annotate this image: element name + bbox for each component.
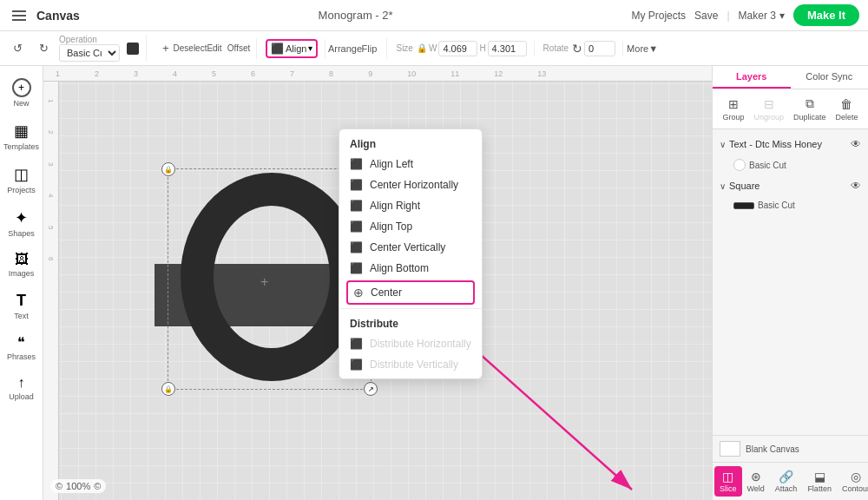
rotate-input[interactable] [584,41,615,56]
toolbar: ↺ ↻ Operation Basic Cut + Deselect Edit … [0,31,868,66]
more-button[interactable]: More▼ [632,38,653,59]
operation-group: Operation Basic Cut [59,35,147,62]
machine-selector[interactable]: Maker 3 ▾ [739,10,785,22]
make-it-button[interactable]: Make It [793,4,859,26]
zoom-indicator: © 100% © [50,479,106,493]
redo-button[interactable]: ↻ [33,38,54,59]
align-dropdown: Align ⬛ Align Left ⬛ Center Horizontally… [339,128,483,379]
undo-button[interactable]: ↺ [7,38,28,59]
slice-icon: ◫ [722,470,733,484]
handle-bottom-left[interactable]: 🔒 [161,382,175,396]
layer-eye-text[interactable]: 👁 [851,138,861,150]
align-icon: ⬛ [271,43,284,55]
deselect-button[interactable]: Deselect [180,38,201,59]
sidebar-item-shapes[interactable]: ✦ Shapes [3,203,41,243]
layer-text[interactable]: ∨ Text - Dtc Miss Honey 👁 [716,133,865,155]
weld-button[interactable]: ⊛ Weld [742,466,770,497]
height-label: H [479,43,485,53]
align-left-icon: ⬛ [350,158,363,170]
dropdown-divider [339,308,482,309]
phrases-icon: ❝ [17,334,25,351]
align-right-item[interactable]: ⬛ Align Right [339,195,482,216]
weld-icon: ⊛ [751,470,761,484]
attach-icon: 🔗 [779,470,793,484]
delete-icon: 🗑 [840,97,852,111]
align-left-item[interactable]: ⬛ Align Left [339,154,482,174]
zoom-refresh-icon: © [94,481,101,491]
hamburger-menu-icon[interactable] [9,7,30,24]
flip-button[interactable]: Flip [358,38,379,59]
ungroup-button[interactable]: ⊟ Ungroup [750,95,787,123]
layers-content: ∨ Text - Dtc Miss Honey 👁 Basic Cut ∨ Sq… [713,129,868,435]
duplicate-button[interactable]: ⧉ Duplicate [790,95,830,123]
sidebar-item-templates[interactable]: ▦ Templates [3,116,41,156]
align-right-icon: ⬛ [350,200,363,212]
sidebar-item-projects[interactable]: ◫ Projects [3,160,41,200]
arrange-group: Arrange Flip [334,38,387,59]
projects-icon: ◫ [14,165,29,184]
center-item[interactable]: ⊕ Center [346,280,475,305]
my-projects-button[interactable]: My Projects [631,10,686,22]
header-right: My Projects Save | Maker 3 ▾ Make It [631,4,859,26]
arrange-button[interactable]: Arrange [334,38,355,59]
center-vertically-item[interactable]: ⬛ Center Vertically [339,237,482,258]
slice-button[interactable]: ◫ Slice [714,466,742,497]
images-icon: 🖼 [15,252,29,267]
distribute-section-title: Distribute [339,312,482,333]
new-icon: + [12,78,31,97]
align-top-icon: ⬛ [350,220,363,233]
handle-bottom-right[interactable]: ↗ [364,382,378,396]
width-label: W [429,43,437,53]
offset-button[interactable]: Offset [228,38,249,59]
align-top-item[interactable]: ⬛ Align Top [339,216,482,237]
edit-button[interactable]: Edit [204,38,225,59]
flatten-icon: ⬓ [814,470,825,484]
height-input[interactable] [488,41,527,56]
delete-button[interactable]: 🗑 Delete [832,95,861,123]
chevron-down-icon: ▾ [779,10,785,22]
zoom-icon: © [56,481,62,491]
sidebar-item-text[interactable]: T Text [3,286,41,326]
distribute-horizontally-item: ⬛ Distribute Horizontally [339,333,482,354]
center-horizontally-item[interactable]: ⬛ Center Horizontally [339,174,482,195]
attach-button[interactable]: 🔗 Attach [770,466,803,497]
layer-sub-square: Basic Cut [716,197,865,214]
canvas-area[interactable]: 1 2 3 4 5 6 7 8 9 10 11 12 13 1 2 3 [43,66,712,500]
blank-canvas-swatch [720,441,740,457]
horizontal-ruler: 1 2 3 4 5 6 7 8 9 10 11 12 13 [43,66,712,82]
size-group: Size 🔒 W H [396,41,534,56]
sidebar-item-phrases[interactable]: ❝ Phrases [3,329,41,366]
layer-eye-square[interactable]: 👁 [851,180,861,192]
flatten-button[interactable]: ⬓ Flatten [802,466,837,497]
templates-icon: ▦ [14,122,29,141]
save-button[interactable]: Save [694,10,718,22]
shapes-icon: ✦ [15,208,28,227]
tab-color-sync[interactable]: Color Sync [791,66,869,89]
align-bottom-icon: ⬛ [350,262,363,274]
width-input[interactable] [438,41,477,56]
size-label: Size [396,43,412,53]
text-icon: T [16,292,26,310]
distribute-h-icon: ⬛ [350,338,363,350]
group-button[interactable]: ⊞ Group [719,95,747,123]
blank-canvas-area: Blank Canvas [713,435,868,462]
upload-icon: ↑ [18,375,25,391]
operation-field: Operation Basic Cut [59,35,120,62]
layer-sub-text: Basic Cut [716,155,865,174]
align-chevron-icon: ▾ [308,43,312,53]
operation-select[interactable]: Basic Cut [59,44,120,62]
layer-square[interactable]: ∨ Square 👁 [716,174,865,197]
header: Canvas Monogram - 2* My Projects Save | … [0,0,868,31]
handle-top-left[interactable]: 🔒 [161,162,175,176]
distribute-vertically-item: ⬛ Distribute Vertically [339,354,482,375]
tab-layers[interactable]: Layers [713,66,791,89]
sidebar-item-images[interactable]: 🖼 Images [3,247,41,283]
blank-canvas-label: Blank Canvas [746,444,799,454]
layer-swatch-text [733,159,746,171]
sidebar-item-new[interactable]: + New [3,73,41,113]
layer-swatch-square [733,202,754,209]
contour-button[interactable]: ◎ Contour [837,466,868,497]
align-button[interactable]: ⬛ Align ▾ [266,39,318,58]
sidebar-item-upload[interactable]: ↑ Upload [3,370,41,406]
align-bottom-item[interactable]: ⬛ Align Bottom [339,258,482,279]
